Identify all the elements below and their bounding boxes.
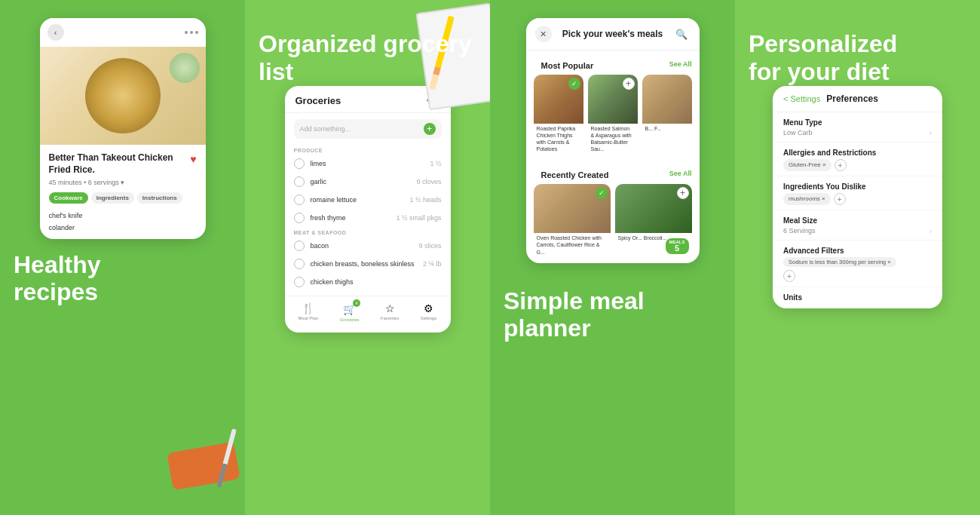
nav-meal-plan-label: Meal Plan — [299, 316, 319, 320]
meal-label-2: Roasted Salmon & Asparagus with Balsamic… — [588, 124, 638, 154]
preferences-header: < Settings Preferences — [773, 86, 942, 112]
check-circle[interactable] — [294, 241, 305, 251]
grocery-item-bacon: bacon 9 slices — [285, 237, 451, 255]
recipe-info: Better Than Takeout Chicken Fried Rice. … — [40, 145, 206, 239]
add-allergy-button[interactable]: + — [835, 159, 847, 171]
item-qty: 1 ½ — [430, 160, 441, 167]
fried-rice-image — [85, 58, 161, 133]
check-circle[interactable] — [294, 277, 305, 287]
dot3 — [195, 31, 198, 34]
recipe-card: ‹ Better Than Takeout Chicken Fried Rice… — [40, 18, 206, 239]
heading-healthy: Healthy recipes — [14, 251, 101, 307]
recent-meal-card-1[interactable]: ✓ Oven Roasted Chicken with Carrots, Cau… — [534, 184, 611, 256]
cutting-board — [167, 442, 240, 491]
settings-icon: ⚙ — [424, 302, 433, 314]
item-qty: 9 slices — [418, 242, 441, 250]
section-meat: MEAT & SEAFOOD — [285, 227, 451, 237]
grocery-item-chicken-thighs: chicken thighs — [285, 273, 451, 291]
allergies-tags: Gluten-Free × + — [783, 159, 932, 171]
plus-badge-2: + — [623, 78, 635, 90]
nav-settings-label: Settings — [421, 316, 437, 320]
add-dislike-button[interactable]: + — [834, 193, 846, 205]
item-qty: 9 cloves — [416, 178, 441, 185]
meal-card-3[interactable]: B... F... — [642, 75, 692, 154]
nav-favorites[interactable]: ☆ Favorites — [381, 302, 400, 322]
meal-size-title: Meal Size — [783, 216, 932, 225]
check-badge-1: ✓ — [568, 78, 580, 90]
check-circle[interactable] — [294, 195, 305, 205]
garnish-decor — [170, 53, 200, 83]
check-circle[interactable] — [294, 213, 305, 223]
pref-section-advanced: Advanced Filters Sodium is less than 300… — [773, 241, 942, 287]
mp-title: Pick your week's meals — [562, 29, 663, 39]
units-title: Units — [783, 293, 932, 302]
cutting-board-decor — [170, 447, 237, 485]
back-button[interactable]: ‹ — [47, 24, 64, 41]
cookware-list: chef's knife colander — [49, 210, 197, 234]
menu-type-value[interactable]: Low Carb › — [783, 129, 932, 137]
item-name: bacon — [311, 242, 413, 250]
item-name: fresh thyme — [311, 214, 390, 222]
heading-meal-planner: Simple meal planner — [504, 275, 645, 343]
close-button[interactable]: ✕ — [535, 26, 552, 42]
nav-groceries[interactable]: 🛒 4 Groceries — [340, 302, 360, 322]
check-circle[interactable] — [294, 158, 305, 169]
tab-row: Cookware Ingredients Instructions — [49, 192, 197, 204]
meal-card-1[interactable]: ✓ Roasted Paprika Chicken Thighs with Ca… — [534, 75, 583, 154]
meal-label-3: B... F... — [642, 124, 692, 133]
item-name: garlic — [311, 178, 411, 185]
heading-personalized: Personalized for your diet — [749, 30, 897, 86]
check-circle[interactable] — [294, 176, 305, 187]
nav-settings[interactable]: ⚙ Settings — [421, 302, 437, 322]
gluten-free-tag[interactable]: Gluten-Free × — [783, 159, 831, 171]
meal-plan-icon: 🍴 — [302, 302, 314, 314]
meals-count-badge: MEALS 5 — [666, 238, 689, 254]
recently-created-label: Recently Created — [534, 164, 617, 182]
see-all-popular[interactable]: See All — [669, 60, 692, 68]
tab-ingredients[interactable]: Ingredients — [91, 192, 134, 204]
meal-planner-card: ✕ Pick your week's meals 🔍 Most Popular … — [526, 18, 700, 263]
recently-created-header: Recently Created See All — [526, 160, 700, 184]
see-all-recent[interactable]: See All — [669, 170, 692, 177]
nav-meal-plan[interactable]: 🍴 Meal Plan — [299, 302, 319, 322]
cookware-item-1: chef's knife — [49, 210, 197, 222]
meal-card-2[interactable]: + Roasted Salmon & Asparagus with Balsam… — [588, 75, 638, 154]
nav-groceries-label: Groceries — [340, 317, 360, 322]
sodium-filter-tag[interactable]: Sodium is less than 300mg per serving × — [783, 257, 896, 267]
search-button[interactable]: 🔍 — [673, 26, 690, 42]
meal-size-value[interactable]: 6 Servings › — [783, 227, 932, 235]
simple-meal-heading: Simple meal planner — [504, 287, 645, 343]
add-filter-row: + — [783, 270, 932, 282]
food-image — [40, 47, 206, 145]
preferences-title: Preferences — [826, 93, 878, 104]
dislike-title: Ingredients You Dislike — [783, 182, 932, 191]
tab-cookware[interactable]: Cookware — [49, 192, 88, 204]
chevron-right-icon: › — [929, 227, 932, 235]
panel-personalized-diet: Personalized for your diet < Settings Pr… — [735, 0, 980, 515]
pref-section-menu-type: Menu Type Low Carb › — [773, 112, 942, 143]
pref-section-units: Units — [773, 287, 942, 308]
item-qty: 2 ¼ lb — [423, 260, 442, 268]
advanced-filters-title: Advanced Filters — [783, 247, 932, 255]
item-name: chicken thighs — [311, 278, 436, 286]
knife-icon — [216, 428, 237, 488]
pref-section-meal-size: Meal Size 6 Servings › — [773, 210, 942, 241]
panel-healthy-recipes: ‹ Better Than Takeout Chicken Fried Rice… — [0, 0, 245, 515]
check-badge-recent-1: ✓ — [596, 187, 608, 199]
pref-section-allergies: Allergies and Restrictions Gluten-Free ×… — [773, 143, 942, 176]
heart-icon[interactable]: ♥ — [190, 153, 196, 165]
nav-favorites-label: Favorites — [381, 316, 400, 320]
preferences-card: < Settings Preferences Menu Type Low Car… — [773, 86, 942, 308]
item-qty: 1 ½ heads — [409, 196, 441, 204]
mushrooms-tag[interactable]: mushrooms × — [783, 193, 831, 205]
nav-badge-groceries: 🛒 4 — [343, 302, 356, 316]
heading-grocery: Organized grocery list — [259, 30, 476, 86]
check-circle[interactable] — [294, 259, 305, 269]
settings-back-link[interactable]: < Settings — [783, 94, 820, 103]
tab-instructions[interactable]: Instructions — [137, 192, 182, 204]
most-popular-header: Most Popular See All — [526, 51, 700, 75]
add-filter-button[interactable]: + — [783, 270, 795, 282]
recent-meal-card-2[interactable]: + MEALS 5 Spicy Or... Broccoli... — [615, 184, 692, 256]
allergies-title: Allergies and Restrictions — [783, 149, 932, 157]
dots-menu[interactable] — [185, 31, 198, 34]
